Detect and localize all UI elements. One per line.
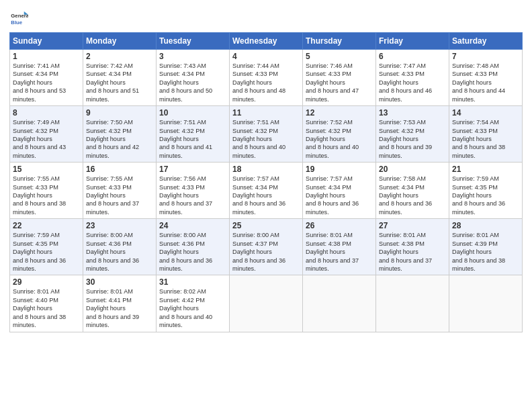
day-cell: 7 Sunrise: 7:48 AMSunset: 4:33 PMDayligh… xyxy=(449,50,523,106)
logo: General Blue xyxy=(9,9,31,28)
day-cell: 22 Sunrise: 7:59 AMSunset: 4:35 PMDaylig… xyxy=(10,219,83,275)
week-row: 29 Sunrise: 8:01 AMSunset: 4:40 PMDaylig… xyxy=(10,275,523,332)
day-cell: 2 Sunrise: 7:42 AMSunset: 4:34 PMDayligh… xyxy=(83,50,157,106)
col-wednesday: Wednesday xyxy=(230,33,303,50)
svg-text:Blue: Blue xyxy=(11,19,23,26)
day-cell: 14 Sunrise: 7:54 AMSunset: 4:33 PMDaylig… xyxy=(449,106,523,163)
day-cell: 31 Sunrise: 8:02 AMSunset: 4:42 PMDaylig… xyxy=(157,275,230,332)
col-monday: Monday xyxy=(83,33,157,50)
day-cell: 13 Sunrise: 7:53 AMSunset: 4:32 PMDaylig… xyxy=(376,106,449,163)
day-cell: 9 Sunrise: 7:50 AMSunset: 4:32 PMDayligh… xyxy=(83,106,157,163)
header-row: Sunday Monday Tuesday Wednesday Thursday… xyxy=(10,33,523,50)
empty-cell xyxy=(303,275,376,332)
day-cell: 6 Sunrise: 7:47 AMSunset: 4:33 PMDayligh… xyxy=(376,50,449,106)
day-cell: 19 Sunrise: 7:57 AMSunset: 4:34 PMDaylig… xyxy=(303,163,376,219)
day-cell: 26 Sunrise: 8:01 AMSunset: 4:38 PMDaylig… xyxy=(303,219,376,275)
week-row: 1 Sunrise: 7:41 AMSunset: 4:34 PMDayligh… xyxy=(10,50,523,106)
empty-cell xyxy=(376,275,449,332)
day-cell: 8 Sunrise: 7:49 AMSunset: 4:32 PMDayligh… xyxy=(10,106,83,163)
day-cell: 28 Sunrise: 8:01 AMSunset: 4:39 PMDaylig… xyxy=(449,219,523,275)
col-sunday: Sunday xyxy=(10,33,83,50)
empty-cell xyxy=(449,275,523,332)
week-row: 15 Sunrise: 7:55 AMSunset: 4:33 PMDaylig… xyxy=(10,163,523,219)
week-row: 22 Sunrise: 7:59 AMSunset: 4:35 PMDaylig… xyxy=(10,219,523,275)
col-tuesday: Tuesday xyxy=(157,33,230,50)
day-cell: 23 Sunrise: 8:00 AMSunset: 4:36 PMDaylig… xyxy=(83,219,157,275)
day-cell: 27 Sunrise: 8:01 AMSunset: 4:38 PMDaylig… xyxy=(376,219,449,275)
day-cell: 5 Sunrise: 7:46 AMSunset: 4:33 PMDayligh… xyxy=(303,50,376,106)
col-friday: Friday xyxy=(376,33,449,50)
col-saturday: Saturday xyxy=(449,33,523,50)
page-container: General Blue Sunday Monday Tuesday Wedne… xyxy=(0,0,532,411)
day-cell: 29 Sunrise: 8:01 AMSunset: 4:40 PMDaylig… xyxy=(10,275,83,332)
day-cell: 17 Sunrise: 7:56 AMSunset: 4:33 PMDaylig… xyxy=(157,163,230,219)
day-cell: 25 Sunrise: 8:00 AMSunset: 4:37 PMDaylig… xyxy=(230,219,303,275)
day-cell: 12 Sunrise: 7:52 AMSunset: 4:32 PMDaylig… xyxy=(303,106,376,163)
day-cell: 16 Sunrise: 7:55 AMSunset: 4:33 PMDaylig… xyxy=(83,163,157,219)
header: General Blue xyxy=(9,7,523,28)
day-cell: 21 Sunrise: 7:59 AMSunset: 4:35 PMDaylig… xyxy=(449,163,523,219)
col-thursday: Thursday xyxy=(303,33,376,50)
logo-icon: General Blue xyxy=(9,9,28,28)
day-cell: 4 Sunrise: 7:44 AMSunset: 4:33 PMDayligh… xyxy=(230,50,303,106)
day-cell: 15 Sunrise: 7:55 AMSunset: 4:33 PMDaylig… xyxy=(10,163,83,219)
empty-cell xyxy=(230,275,303,332)
day-cell: 30 Sunrise: 8:01 AMSunset: 4:41 PMDaylig… xyxy=(83,275,157,332)
week-row: 8 Sunrise: 7:49 AMSunset: 4:32 PMDayligh… xyxy=(10,106,523,163)
day-cell: 3 Sunrise: 7:43 AMSunset: 4:34 PMDayligh… xyxy=(157,50,230,106)
day-cell: 10 Sunrise: 7:51 AMSunset: 4:32 PMDaylig… xyxy=(157,106,230,163)
day-cell: 1 Sunrise: 7:41 AMSunset: 4:34 PMDayligh… xyxy=(10,50,83,106)
day-cell: 20 Sunrise: 7:58 AMSunset: 4:34 PMDaylig… xyxy=(376,163,449,219)
calendar-table: Sunday Monday Tuesday Wednesday Thursday… xyxy=(9,32,523,332)
day-cell: 24 Sunrise: 8:00 AMSunset: 4:36 PMDaylig… xyxy=(157,219,230,275)
day-cell: 11 Sunrise: 7:51 AMSunset: 4:32 PMDaylig… xyxy=(230,106,303,163)
day-cell: 18 Sunrise: 7:57 AMSunset: 4:34 PMDaylig… xyxy=(230,163,303,219)
